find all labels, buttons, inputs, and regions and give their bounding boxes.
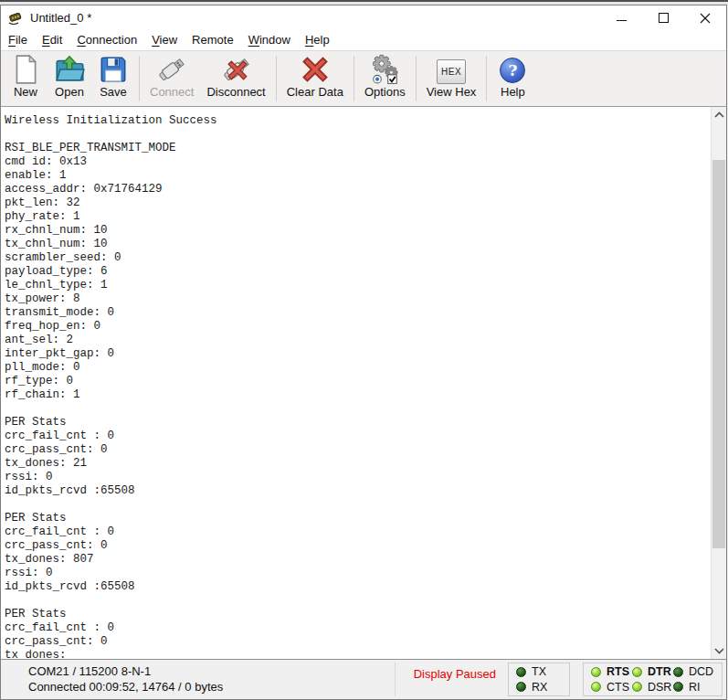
toolbar-button-view-hex[interactable]: HEXView Hex xyxy=(420,51,483,106)
dcd-led-icon xyxy=(673,667,683,677)
terminal-line: ant_sel: 2 xyxy=(5,334,708,347)
toolbar-button-label: Clear Data xyxy=(287,85,343,99)
menu-view[interactable]: View xyxy=(152,31,185,49)
dsr-indicator: DSR xyxy=(632,681,673,694)
terminal-line xyxy=(5,498,708,512)
dtr-led-icon xyxy=(632,667,642,677)
terminal-line: PER Stats xyxy=(5,608,708,621)
terminal-line: rf_type: 0 xyxy=(5,375,708,388)
terminal-line: rf_chain: 1 xyxy=(5,388,708,402)
terminal-line: enable: 1 xyxy=(5,169,708,183)
tx-label: TX xyxy=(532,665,546,678)
toolbar-separator xyxy=(416,56,417,101)
menu-window[interactable]: Window xyxy=(248,31,298,49)
toolbar-button-clear-data[interactable]: Clear Data xyxy=(280,51,350,106)
toolbar-button-label: Help xyxy=(501,85,525,99)
screen: Untitled_0 * FileEditConnectionViewRemot… xyxy=(0,0,728,700)
rts-led-icon xyxy=(591,667,601,677)
tx-led-icon xyxy=(516,667,526,677)
toolbar-button-label: Save xyxy=(100,85,127,99)
serial-led-panel-signals: RTSCTSDTRDSRDCDRI xyxy=(583,663,723,696)
terminal-line: rssi: 0 xyxy=(5,567,708,580)
terminal-line: inter_pkt_gap: 0 xyxy=(5,347,708,361)
terminal-output[interactable]: Wireless Initialization Success RSI_BLE_… xyxy=(1,107,726,659)
terminal-line: PER Stats xyxy=(5,416,708,430)
terminal-line: RSI_BLE_PER_TRANSMIT_MODE xyxy=(5,142,708,155)
terminal-line xyxy=(5,128,708,142)
terminal-line: pkt_len: 32 xyxy=(5,196,708,210)
menu-connection[interactable]: Connection xyxy=(77,31,144,49)
app-window: Untitled_0 * FileEditConnectionViewRemot… xyxy=(0,5,727,700)
vertical-scrollbar[interactable] xyxy=(711,107,726,659)
terminal-line xyxy=(5,594,708,608)
toolbar-button-label: Open xyxy=(55,85,84,99)
rx-indicator: RX xyxy=(516,681,562,694)
terminal-line xyxy=(5,402,708,416)
dtr-label: DTR xyxy=(648,665,671,678)
window-minimize-button[interactable] xyxy=(600,5,642,30)
minimize-icon xyxy=(617,20,627,21)
toolbar-separator xyxy=(353,56,354,101)
clear-data-icon xyxy=(300,54,331,85)
terminal-line: payload_type: 6 xyxy=(5,265,708,279)
toolbar-button-options[interactable]: Options xyxy=(358,51,412,106)
scroll-down-button[interactable] xyxy=(712,643,726,659)
scrollbar-thumb[interactable] xyxy=(712,160,725,548)
toolbar-button-disconnect[interactable]: Disconnect xyxy=(200,51,271,106)
toolbar-button-label: Disconnect xyxy=(206,85,265,99)
options-gears-icon xyxy=(369,54,400,85)
status-connection-block: COM21 / 115200 8-N-1 Connected 00:09:52,… xyxy=(28,663,223,695)
terminal-line: id_pkts_rcvd :65508 xyxy=(5,580,708,594)
dtr-indicator[interactable]: DTR xyxy=(632,665,673,678)
title-bar: Untitled_0 * xyxy=(1,5,726,30)
terminal-line: le_chnl_type: 1 xyxy=(5,279,708,292)
scroll-up-button[interactable] xyxy=(712,107,726,122)
view-hex-icon: HEX xyxy=(436,54,467,85)
terminal-line: Wireless Initialization Success xyxy=(5,114,708,128)
terminal-line: crc_fail_cnt : 0 xyxy=(5,525,708,539)
toolbar-button-label: Connect xyxy=(150,85,194,99)
toolbar-separator xyxy=(486,56,487,101)
toolbar-button-new[interactable]: New xyxy=(4,51,47,106)
open-folder-icon xyxy=(54,54,85,85)
display-paused-label: Display Paused xyxy=(414,667,496,696)
dcd-indicator: DCD xyxy=(673,665,714,678)
tx-indicator: TX xyxy=(516,665,562,678)
dsr-led-icon xyxy=(632,682,642,692)
dcd-label: DCD xyxy=(689,665,713,678)
connect-usb-icon xyxy=(156,54,187,85)
window-close-button[interactable] xyxy=(684,5,726,30)
window-title: Untitled_0 * xyxy=(30,11,91,25)
terminal-line: crc_pass_cnt: 0 xyxy=(5,635,708,649)
window-maximize-button[interactable] xyxy=(642,5,684,30)
terminal-lines: Wireless Initialization Success RSI_BLE_… xyxy=(5,114,708,659)
chevron-down-icon xyxy=(714,648,724,654)
toolbar-button-open[interactable]: Open xyxy=(47,51,91,106)
window-controls xyxy=(600,5,726,30)
ri-label: RI xyxy=(689,681,701,694)
toolbar-button-label: Options xyxy=(364,85,406,99)
cts-indicator: CTS xyxy=(591,681,632,694)
cts-led-icon xyxy=(591,682,601,692)
toolbar-button-label: New xyxy=(14,85,37,99)
terminal-line: cmd id: 0x13 xyxy=(5,155,708,169)
terminal-line: tx_dones: 21 xyxy=(5,457,708,471)
toolbar-button-help[interactable]: ?Help xyxy=(491,51,534,106)
terminal-line: tx_power: 8 xyxy=(5,292,708,306)
toolbar-button-connect[interactable]: Connect xyxy=(143,51,200,106)
disconnect-usb-icon xyxy=(221,54,252,85)
menu-remote[interactable]: Remote xyxy=(192,31,241,49)
help-icon: ? xyxy=(497,54,528,85)
menu-edit[interactable]: Edit xyxy=(42,31,69,49)
rts-indicator[interactable]: RTS xyxy=(591,665,632,678)
terminal-line: crc_fail_cnt : 0 xyxy=(5,430,708,443)
menu-help[interactable]: Help xyxy=(305,31,337,49)
terminal-line: PER Stats xyxy=(5,512,708,525)
menu-file[interactable]: File xyxy=(8,31,35,49)
rx-led-icon xyxy=(516,682,526,692)
toolbar-button-save[interactable]: Save xyxy=(91,51,135,106)
cts-label: CTS xyxy=(607,681,629,694)
terminal-line: pll_mode: 0 xyxy=(5,361,708,375)
chevron-up-icon xyxy=(714,111,724,118)
close-icon xyxy=(700,13,711,24)
